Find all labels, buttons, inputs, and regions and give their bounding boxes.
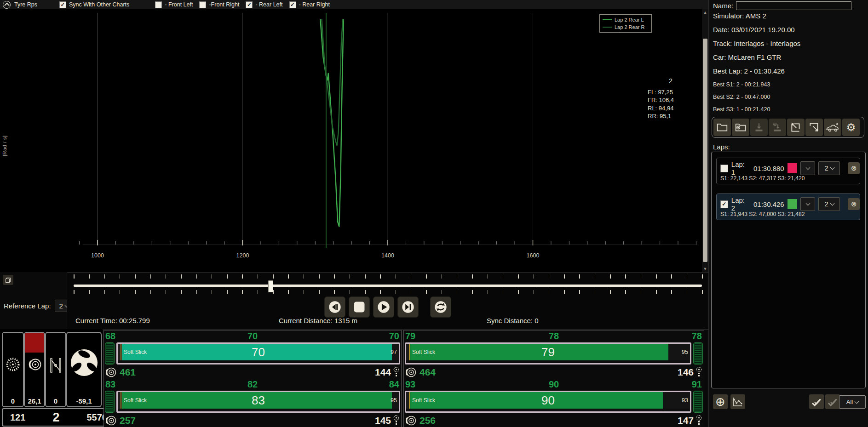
lap-color-swatch[interactable] xyxy=(788,163,798,173)
lap-color-dropdown[interactable] xyxy=(800,197,815,211)
tyre-tread-icon xyxy=(105,391,115,413)
add-folder-icon xyxy=(735,121,747,133)
left-tyres-panel: 68 70 70 Soft Slick 70 97 461 144 xyxy=(103,330,402,427)
open-folder-button[interactable] xyxy=(713,119,731,136)
lap-visibility-checkbox[interactable] xyxy=(720,200,728,208)
rear-right-checkbox-label: - Rear Right xyxy=(299,1,330,8)
lap-filter-select[interactable]: All xyxy=(839,395,866,409)
thermometer-icon xyxy=(696,366,702,378)
thermometer-icon xyxy=(393,366,399,378)
import-chart-button[interactable] xyxy=(805,119,823,136)
sync-playback-button[interactable] xyxy=(430,296,451,318)
session-name-row: Name: xyxy=(713,1,851,10)
scroll-up-icon[interactable]: ▲ xyxy=(702,9,708,16)
download-icon xyxy=(753,121,765,133)
brake-gauge: 26,1 xyxy=(24,332,45,407)
chart-title: Tyre Rps xyxy=(14,1,37,8)
tyre-core-temp-bar: Soft Slick 83 95 xyxy=(116,391,400,413)
tyre-core-temp-bar: Soft Slick 79 95 xyxy=(405,342,691,364)
play-button[interactable] xyxy=(373,296,394,318)
brake-temp-value: 147 xyxy=(678,415,694,426)
temp-middle: 90 xyxy=(404,379,704,390)
checkbox-front-right[interactable]: -Front Right xyxy=(199,1,239,8)
legend-line-swatch xyxy=(603,27,612,28)
scroll-down-icon[interactable]: ▼ xyxy=(702,266,708,272)
tyre-pressure-value: 461 xyxy=(120,367,136,378)
chevron-down-icon xyxy=(855,399,859,404)
date-info: Date: 03/01/2021 19.20.00 xyxy=(713,26,795,34)
brake-temp-value: 145 xyxy=(375,415,391,426)
lap-compare-value: 2 xyxy=(825,200,828,208)
series-lap-2-rear-r xyxy=(322,19,343,145)
laps-list: Lap: 1 01:30.880 2 ⊗ S1: 22,143 S2: 47,3… xyxy=(711,152,866,388)
brake-icon xyxy=(25,357,44,372)
timeline-ticks-top xyxy=(74,274,702,279)
name-input[interactable] xyxy=(736,1,851,10)
lap-filter-value: All xyxy=(846,399,853,405)
checkbox-rear-left[interactable]: - Rear Left xyxy=(246,1,282,8)
step-back-button[interactable] xyxy=(324,296,345,318)
front-left-checkbox-label: - Front Left xyxy=(165,1,193,8)
brake-disc-icon xyxy=(105,415,117,427)
tyre-widget-rear-right: 93 90 91 Soft Slick 90 93 256 147 xyxy=(404,379,704,427)
playback-buttons xyxy=(324,296,451,318)
add-folder-button[interactable] xyxy=(732,119,749,136)
rear-left-checkbox-box[interactable] xyxy=(246,1,253,8)
best-s1-info: Best S1: 2 - 00:21.943 xyxy=(713,81,770,88)
lap-color-dropdown[interactable] xyxy=(800,161,815,175)
laps-bottom-toolbar: ⊕ All xyxy=(709,393,868,412)
gear-value: 2 xyxy=(52,410,59,425)
lap-visibility-checkbox[interactable] xyxy=(720,165,728,172)
front-left-checkbox-box[interactable] xyxy=(155,1,162,8)
temp-outer: 78 xyxy=(692,331,702,342)
remove-lap-button[interactable]: ⊗ xyxy=(848,162,860,174)
chart-vertical-scrollbar[interactable]: ▲ ▼ xyxy=(702,9,708,272)
tyre-rps-chart-panel: Tyre Rps Sync With Other Charts - Front … xyxy=(0,0,708,272)
brake-fill-bar xyxy=(25,333,44,353)
scrollbar-thumb[interactable] xyxy=(703,39,707,262)
tyre-surface-temps: 83 82 84 xyxy=(104,379,401,391)
temp-middle: 82 xyxy=(104,379,401,390)
add-lap-button[interactable]: ⊕ xyxy=(713,394,728,409)
timeline-slider[interactable] xyxy=(74,274,702,296)
timeline-thumb[interactable] xyxy=(268,280,273,292)
lap-color-swatch[interactable] xyxy=(788,199,798,209)
tyre-widget-front-right: 79 78 78 Soft Slick 79 95 464 146 xyxy=(404,331,704,379)
tyre-wear-value: 97 xyxy=(391,349,397,355)
show-chart-button[interactable] xyxy=(730,394,745,409)
lap-row-2[interactable]: Lap: 2 01:30.426 2 ⊗ S1: 21,943 S2: 47,0… xyxy=(716,194,860,220)
detach-window-button[interactable] xyxy=(3,275,13,285)
remove-lap-button[interactable]: ⊗ xyxy=(848,198,860,210)
deselect-all-laps-button[interactable] xyxy=(825,394,840,409)
lap-time: 01:30.426 xyxy=(753,200,784,208)
car-setup-button[interactable] xyxy=(824,119,841,136)
checkbox-sync-with-other-charts[interactable]: Sync With Other Charts xyxy=(59,1,129,8)
rear-right-checkbox-box[interactable] xyxy=(289,1,296,8)
checkbox-rear-right[interactable]: - Rear Right xyxy=(289,1,330,8)
reference-lap-label: Reference Lap: xyxy=(4,302,51,310)
brake-temp-value: 144 xyxy=(375,367,391,378)
current-distance-status: Current Distance: 1315 m xyxy=(279,317,357,325)
front-right-checkbox-box[interactable] xyxy=(199,1,206,8)
settings-button[interactable]: ⚙ xyxy=(842,119,860,136)
best-s2-info: Best S2: 2 - 00:47.000 xyxy=(713,94,770,100)
car-icon xyxy=(826,121,839,133)
tyre-rps-plot[interactable]: 1000120014001600 xyxy=(0,9,702,272)
collapse-chart-button[interactable] xyxy=(3,1,11,9)
lap-sector-times: S1: 21,943 S2: 47,000 S3: 21,482 xyxy=(720,211,805,217)
brake-disc-icon xyxy=(405,366,417,378)
core-temp-value: 70 xyxy=(118,345,399,359)
sync-checkbox-box[interactable] xyxy=(59,1,66,8)
tyre-pressure-value: 257 xyxy=(120,415,136,426)
select-all-laps-button[interactable] xyxy=(809,394,824,409)
front-right-checkbox-label: -Front Right xyxy=(209,1,239,8)
timeline-track[interactable] xyxy=(74,285,702,287)
lap-row-1[interactable]: Lap: 1 01:30.880 2 ⊗ S1: 22,143 S2: 47,3… xyxy=(716,158,860,184)
step-forward-button[interactable] xyxy=(397,296,419,318)
checkbox-front-left[interactable]: - Front Left xyxy=(155,1,193,8)
lap-compare-select[interactable]: 2 xyxy=(818,197,840,211)
lap-compare-select[interactable]: 2 xyxy=(818,161,840,175)
stop-button[interactable] xyxy=(349,296,370,318)
chevron-up-icon xyxy=(4,3,9,8)
export-chart-button[interactable] xyxy=(787,119,805,136)
